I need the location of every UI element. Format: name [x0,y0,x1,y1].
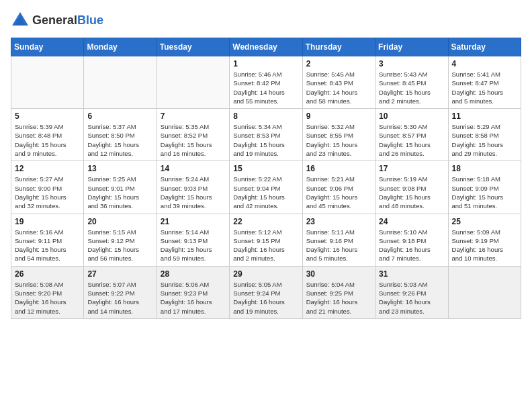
calendar-cell: 19Sunrise: 5:16 AM Sunset: 9:11 PM Dayli… [11,214,84,266]
day-info: Sunrise: 5:24 AM Sunset: 9:03 PM Dayligh… [161,175,226,210]
logo-general-text: General [32,13,77,27]
calendar-cell: 27Sunrise: 5:07 AM Sunset: 9:22 PM Dayli… [84,266,157,318]
day-number: 20 [87,217,152,226]
calendar-cell: 1Sunrise: 5:46 AM Sunset: 8:42 PM Daylig… [230,56,302,109]
day-number: 27 [87,269,152,279]
calendar-week-3: 12Sunrise: 5:27 AM Sunset: 9:00 PM Dayli… [11,161,521,214]
day-number: 13 [87,164,152,173]
day-number: 14 [161,164,226,173]
day-info: Sunrise: 5:06 AM Sunset: 9:23 PM Dayligh… [161,280,226,316]
day-number: 16 [306,164,371,173]
generalblue-logo-icon [11,11,30,30]
day-info: Sunrise: 5:14 AM Sunset: 9:13 PM Dayligh… [161,228,226,263]
header-monday: Monday [84,38,157,56]
day-info: Sunrise: 5:11 AM Sunset: 9:16 PM Dayligh… [306,228,371,263]
calendar-week-1: 1Sunrise: 5:46 AM Sunset: 8:42 PM Daylig… [11,56,521,109]
day-number: 6 [87,111,152,121]
day-info: Sunrise: 5:39 AM Sunset: 8:48 PM Dayligh… [15,122,80,158]
day-number: 28 [161,269,226,279]
day-number: 26 [15,269,80,279]
day-info: Sunrise: 5:35 AM Sunset: 8:52 PM Dayligh… [161,122,226,158]
calendar-table: SundayMondayTuesdayWednesdayThursdayFrid… [11,38,521,319]
header-saturday: Saturday [448,38,521,56]
day-info: Sunrise: 5:05 AM Sunset: 9:24 PM Dayligh… [233,280,298,316]
calendar-cell: 2Sunrise: 5:45 AM Sunset: 8:43 PM Daylig… [302,56,375,109]
calendar-cell: 14Sunrise: 5:24 AM Sunset: 9:03 PM Dayli… [157,161,229,214]
day-info: Sunrise: 5:16 AM Sunset: 9:11 PM Dayligh… [15,228,80,263]
calendar-cell: 30Sunrise: 5:04 AM Sunset: 9:25 PM Dayli… [302,266,375,318]
day-info: Sunrise: 5:22 AM Sunset: 9:04 PM Dayligh… [233,175,298,210]
day-info: Sunrise: 5:29 AM Sunset: 8:58 PM Dayligh… [452,122,517,158]
day-info: Sunrise: 5:15 AM Sunset: 9:12 PM Dayligh… [87,228,152,263]
day-number: 29 [233,269,298,279]
calendar-cell: 15Sunrise: 5:22 AM Sunset: 9:04 PM Dayli… [230,161,302,214]
calendar-week-5: 26Sunrise: 5:08 AM Sunset: 9:20 PM Dayli… [11,266,521,318]
calendar-cell: 29Sunrise: 5:05 AM Sunset: 9:24 PM Dayli… [230,266,302,318]
calendar-cell: 9Sunrise: 5:32 AM Sunset: 8:55 PM Daylig… [302,109,375,161]
day-info: Sunrise: 5:18 AM Sunset: 9:09 PM Dayligh… [452,175,517,210]
day-info: Sunrise: 5:32 AM Sunset: 8:55 PM Dayligh… [306,122,371,158]
day-info: Sunrise: 5:27 AM Sunset: 9:00 PM Dayligh… [15,175,80,210]
day-number: 2 [306,59,371,68]
day-info: Sunrise: 5:25 AM Sunset: 9:01 PM Dayligh… [87,175,152,210]
calendar-cell: 11Sunrise: 5:29 AM Sunset: 8:58 PM Dayli… [448,109,521,161]
day-number: 21 [161,217,226,226]
calendar-cell: 21Sunrise: 5:14 AM Sunset: 9:13 PM Dayli… [157,214,229,266]
calendar-cell: 7Sunrise: 5:35 AM Sunset: 8:52 PM Daylig… [157,109,229,161]
calendar-header-row: SundayMondayTuesdayWednesdayThursdayFrid… [11,38,521,56]
day-info: Sunrise: 5:08 AM Sunset: 9:20 PM Dayligh… [15,280,80,316]
day-number: 24 [379,217,444,226]
day-info: Sunrise: 5:34 AM Sunset: 8:53 PM Dayligh… [233,122,298,158]
day-info: Sunrise: 5:30 AM Sunset: 8:57 PM Dayligh… [379,122,444,158]
day-info: Sunrise: 5:46 AM Sunset: 8:42 PM Dayligh… [233,70,298,105]
calendar-cell: 20Sunrise: 5:15 AM Sunset: 9:12 PM Dayli… [84,214,157,266]
day-number: 30 [306,269,371,279]
page-header: GeneralBlue [11,11,521,30]
day-number: 10 [379,111,444,121]
calendar-cell: 24Sunrise: 5:10 AM Sunset: 9:18 PM Dayli… [375,214,448,266]
day-number: 17 [379,164,444,173]
day-info: Sunrise: 5:21 AM Sunset: 9:06 PM Dayligh… [306,175,371,210]
day-info: Sunrise: 5:10 AM Sunset: 9:18 PM Dayligh… [379,228,444,263]
day-info: Sunrise: 5:09 AM Sunset: 9:19 PM Dayligh… [452,228,517,263]
calendar-cell: 12Sunrise: 5:27 AM Sunset: 9:00 PM Dayli… [11,161,84,214]
calendar-cell: 3Sunrise: 5:43 AM Sunset: 8:45 PM Daylig… [375,56,448,109]
calendar-week-2: 5Sunrise: 5:39 AM Sunset: 8:48 PM Daylig… [11,109,521,161]
calendar-cell: 25Sunrise: 5:09 AM Sunset: 9:19 PM Dayli… [448,214,521,266]
logo: GeneralBlue [11,11,103,30]
day-info: Sunrise: 5:04 AM Sunset: 9:25 PM Dayligh… [306,280,371,316]
day-info: Sunrise: 5:19 AM Sunset: 9:08 PM Dayligh… [379,175,444,210]
day-number: 15 [233,164,298,173]
header-friday: Friday [375,38,448,56]
calendar-cell [11,56,84,109]
calendar-cell: 23Sunrise: 5:11 AM Sunset: 9:16 PM Dayli… [302,214,375,266]
day-number: 31 [379,269,444,279]
day-info: Sunrise: 5:07 AM Sunset: 9:22 PM Dayligh… [87,280,152,316]
day-info: Sunrise: 5:45 AM Sunset: 8:43 PM Dayligh… [306,70,371,105]
calendar-cell: 4Sunrise: 5:41 AM Sunset: 8:47 PM Daylig… [448,56,521,109]
calendar-cell: 31Sunrise: 5:03 AM Sunset: 9:26 PM Dayli… [375,266,448,318]
day-info: Sunrise: 5:43 AM Sunset: 8:45 PM Dayligh… [379,70,444,105]
header-tuesday: Tuesday [157,38,229,56]
day-number: 18 [452,164,517,173]
calendar-cell: 22Sunrise: 5:12 AM Sunset: 9:15 PM Dayli… [230,214,302,266]
calendar-week-4: 19Sunrise: 5:16 AM Sunset: 9:11 PM Dayli… [11,214,521,266]
calendar-cell [84,56,157,109]
day-number: 4 [452,59,517,68]
day-number: 11 [452,111,517,121]
calendar-cell: 18Sunrise: 5:18 AM Sunset: 9:09 PM Dayli… [448,161,521,214]
calendar-cell [448,266,521,318]
calendar-cell [157,56,229,109]
calendar-cell: 10Sunrise: 5:30 AM Sunset: 8:57 PM Dayli… [375,109,448,161]
day-info: Sunrise: 5:03 AM Sunset: 9:26 PM Dayligh… [379,280,444,316]
day-number: 5 [15,111,80,121]
day-number: 3 [379,59,444,68]
day-number: 7 [161,111,226,121]
day-info: Sunrise: 5:41 AM Sunset: 8:47 PM Dayligh… [452,70,517,105]
calendar-cell: 13Sunrise: 5:25 AM Sunset: 9:01 PM Dayli… [84,161,157,214]
day-info: Sunrise: 5:12 AM Sunset: 9:15 PM Dayligh… [233,228,298,263]
logo-blue-text: Blue [77,13,103,27]
calendar-cell: 5Sunrise: 5:39 AM Sunset: 8:48 PM Daylig… [11,109,84,161]
header-sunday: Sunday [11,38,84,56]
calendar-cell: 26Sunrise: 5:08 AM Sunset: 9:20 PM Dayli… [11,266,84,318]
